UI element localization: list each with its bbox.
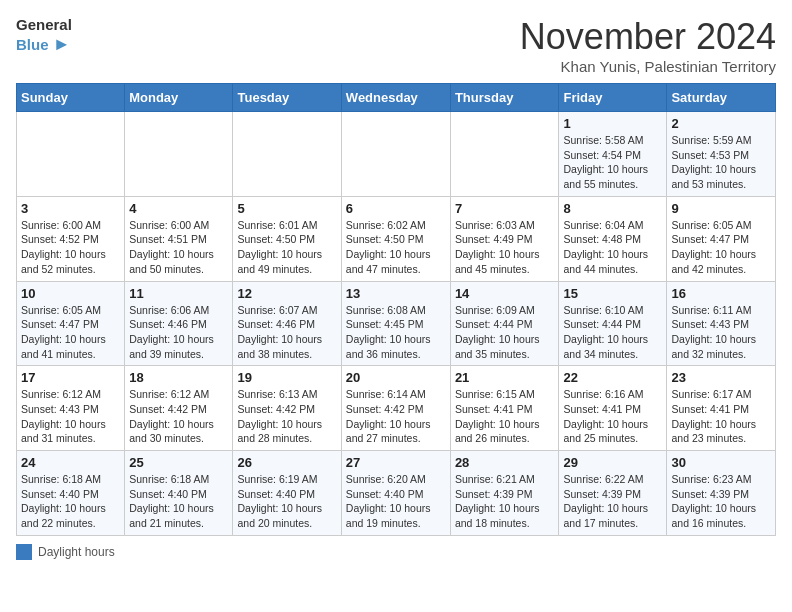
day-number: 20 [346,370,446,385]
day-number: 7 [455,201,555,216]
day-info: Sunrise: 6:21 AMSunset: 4:39 PMDaylight:… [455,472,555,531]
day-info: Sunrise: 6:01 AMSunset: 4:50 PMDaylight:… [237,218,336,277]
day-info: Sunrise: 6:07 AMSunset: 4:46 PMDaylight:… [237,303,336,362]
day-info: Sunrise: 6:12 AMSunset: 4:43 PMDaylight:… [21,387,120,446]
month-title: November 2024 [520,16,776,58]
week-row-3: 17Sunrise: 6:12 AMSunset: 4:43 PMDayligh… [17,366,776,451]
day-number: 26 [237,455,336,470]
day-cell: 10Sunrise: 6:05 AMSunset: 4:47 PMDayligh… [17,281,125,366]
day-cell [450,112,559,197]
day-number: 23 [671,370,771,385]
day-number: 15 [563,286,662,301]
day-info: Sunrise: 6:23 AMSunset: 4:39 PMDaylight:… [671,472,771,531]
day-info: Sunrise: 6:20 AMSunset: 4:40 PMDaylight:… [346,472,446,531]
calendar-table: SundayMondayTuesdayWednesdayThursdayFrid… [16,83,776,536]
day-info: Sunrise: 5:59 AMSunset: 4:53 PMDaylight:… [671,133,771,192]
day-cell: 22Sunrise: 6:16 AMSunset: 4:41 PMDayligh… [559,366,667,451]
day-cell: 24Sunrise: 6:18 AMSunset: 4:40 PMDayligh… [17,451,125,536]
day-number: 13 [346,286,446,301]
day-cell: 3Sunrise: 6:00 AMSunset: 4:52 PMDaylight… [17,196,125,281]
day-number: 2 [671,116,771,131]
day-number: 29 [563,455,662,470]
day-cell: 29Sunrise: 6:22 AMSunset: 4:39 PMDayligh… [559,451,667,536]
day-cell: 27Sunrise: 6:20 AMSunset: 4:40 PMDayligh… [341,451,450,536]
day-cell: 20Sunrise: 6:14 AMSunset: 4:42 PMDayligh… [341,366,450,451]
day-info: Sunrise: 6:00 AMSunset: 4:51 PMDaylight:… [129,218,228,277]
day-info: Sunrise: 6:06 AMSunset: 4:46 PMDaylight:… [129,303,228,362]
day-number: 27 [346,455,446,470]
day-number: 4 [129,201,228,216]
day-cell: 8Sunrise: 6:04 AMSunset: 4:48 PMDaylight… [559,196,667,281]
day-info: Sunrise: 6:16 AMSunset: 4:41 PMDaylight:… [563,387,662,446]
day-info: Sunrise: 6:15 AMSunset: 4:41 PMDaylight:… [455,387,555,446]
day-info: Sunrise: 6:13 AMSunset: 4:42 PMDaylight:… [237,387,336,446]
header-cell-friday: Friday [559,84,667,112]
day-info: Sunrise: 6:09 AMSunset: 4:44 PMDaylight:… [455,303,555,362]
header-row: SundayMondayTuesdayWednesdayThursdayFrid… [17,84,776,112]
day-info: Sunrise: 6:05 AMSunset: 4:47 PMDaylight:… [671,218,771,277]
day-info: Sunrise: 6:12 AMSunset: 4:42 PMDaylight:… [129,387,228,446]
day-info: Sunrise: 6:04 AMSunset: 4:48 PMDaylight:… [563,218,662,277]
legend-label: Daylight hours [38,545,115,559]
day-info: Sunrise: 6:18 AMSunset: 4:40 PMDaylight:… [129,472,228,531]
day-cell: 13Sunrise: 6:08 AMSunset: 4:45 PMDayligh… [341,281,450,366]
header-cell-saturday: Saturday [667,84,776,112]
day-info: Sunrise: 6:18 AMSunset: 4:40 PMDaylight:… [21,472,120,531]
day-cell: 30Sunrise: 6:23 AMSunset: 4:39 PMDayligh… [667,451,776,536]
day-number: 5 [237,201,336,216]
day-cell: 26Sunrise: 6:19 AMSunset: 4:40 PMDayligh… [233,451,341,536]
location-title: Khan Yunis, Palestinian Territory [520,58,776,75]
header-cell-thursday: Thursday [450,84,559,112]
legend-box [16,544,32,560]
day-cell [341,112,450,197]
day-info: Sunrise: 6:11 AMSunset: 4:43 PMDaylight:… [671,303,771,362]
week-row-2: 10Sunrise: 6:05 AMSunset: 4:47 PMDayligh… [17,281,776,366]
week-row-0: 1Sunrise: 5:58 AMSunset: 4:54 PMDaylight… [17,112,776,197]
day-cell: 5Sunrise: 6:01 AMSunset: 4:50 PMDaylight… [233,196,341,281]
day-info: Sunrise: 6:02 AMSunset: 4:50 PMDaylight:… [346,218,446,277]
day-number: 17 [21,370,120,385]
day-number: 8 [563,201,662,216]
legend: Daylight hours [16,544,776,560]
day-number: 12 [237,286,336,301]
day-cell: 17Sunrise: 6:12 AMSunset: 4:43 PMDayligh… [17,366,125,451]
day-number: 19 [237,370,336,385]
day-info: Sunrise: 6:08 AMSunset: 4:45 PMDaylight:… [346,303,446,362]
header-cell-monday: Monday [125,84,233,112]
day-cell: 14Sunrise: 6:09 AMSunset: 4:44 PMDayligh… [450,281,559,366]
week-row-1: 3Sunrise: 6:00 AMSunset: 4:52 PMDaylight… [17,196,776,281]
day-info: Sunrise: 6:19 AMSunset: 4:40 PMDaylight:… [237,472,336,531]
day-cell: 16Sunrise: 6:11 AMSunset: 4:43 PMDayligh… [667,281,776,366]
header: GeneralBlue ► November 2024 Khan Yunis, … [16,16,776,75]
day-number: 11 [129,286,228,301]
day-number: 24 [21,455,120,470]
week-row-4: 24Sunrise: 6:18 AMSunset: 4:40 PMDayligh… [17,451,776,536]
day-cell [17,112,125,197]
day-number: 25 [129,455,228,470]
day-number: 21 [455,370,555,385]
day-cell: 28Sunrise: 6:21 AMSunset: 4:39 PMDayligh… [450,451,559,536]
day-cell: 12Sunrise: 6:07 AMSunset: 4:46 PMDayligh… [233,281,341,366]
day-cell: 23Sunrise: 6:17 AMSunset: 4:41 PMDayligh… [667,366,776,451]
day-cell: 2Sunrise: 5:59 AMSunset: 4:53 PMDaylight… [667,112,776,197]
day-cell: 15Sunrise: 6:10 AMSunset: 4:44 PMDayligh… [559,281,667,366]
title-area: November 2024 Khan Yunis, Palestinian Te… [520,16,776,75]
day-info: Sunrise: 6:05 AMSunset: 4:47 PMDaylight:… [21,303,120,362]
day-cell [233,112,341,197]
day-info: Sunrise: 6:22 AMSunset: 4:39 PMDaylight:… [563,472,662,531]
header-cell-sunday: Sunday [17,84,125,112]
day-cell: 1Sunrise: 5:58 AMSunset: 4:54 PMDaylight… [559,112,667,197]
day-number: 18 [129,370,228,385]
day-number: 14 [455,286,555,301]
day-number: 28 [455,455,555,470]
day-cell: 21Sunrise: 6:15 AMSunset: 4:41 PMDayligh… [450,366,559,451]
day-cell [125,112,233,197]
day-cell: 25Sunrise: 6:18 AMSunset: 4:40 PMDayligh… [125,451,233,536]
day-info: Sunrise: 6:14 AMSunset: 4:42 PMDaylight:… [346,387,446,446]
day-number: 9 [671,201,771,216]
day-number: 1 [563,116,662,131]
header-cell-tuesday: Tuesday [233,84,341,112]
day-cell: 18Sunrise: 6:12 AMSunset: 4:42 PMDayligh… [125,366,233,451]
day-cell: 9Sunrise: 6:05 AMSunset: 4:47 PMDaylight… [667,196,776,281]
day-info: Sunrise: 6:10 AMSunset: 4:44 PMDaylight:… [563,303,662,362]
